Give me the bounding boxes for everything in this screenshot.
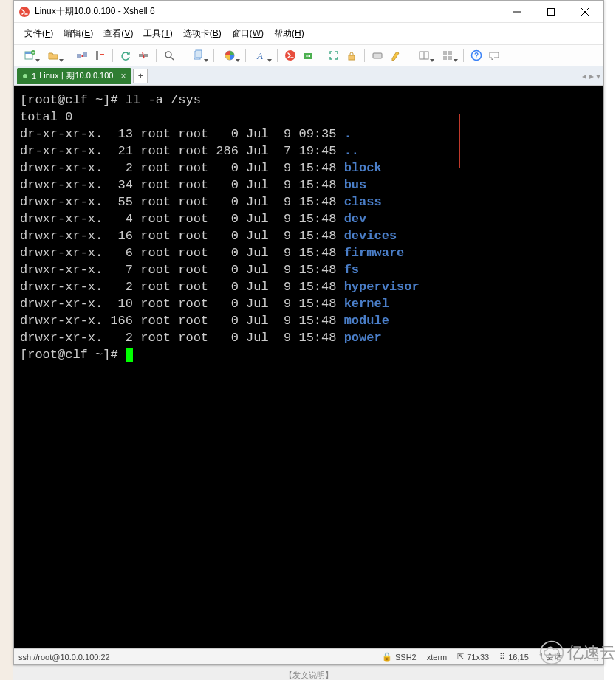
separator [463, 49, 464, 62]
separator [69, 49, 69, 62]
tile-button[interactable] [437, 47, 459, 63]
search-button[interactable] [161, 47, 177, 63]
menu-f[interactable]: 文件(F) [20, 26, 58, 41]
layout-button[interactable] [413, 47, 435, 63]
svg-rect-9 [77, 54, 81, 58]
menubar: 文件(F)编辑(E)查看(V)工具(T)选项卡(B)窗口(W)帮助(H) [14, 23, 603, 45]
menu-w[interactable]: 窗口(W) [227, 26, 268, 41]
tab-index: 1 [32, 72, 36, 80]
lock-button[interactable] [343, 47, 360, 63]
chat-button[interactable] [486, 47, 502, 63]
open-session-button[interactable] [42, 47, 64, 63]
new-session-button[interactable]: + [18, 47, 41, 63]
svg-rect-14 [144, 54, 148, 57]
svg-rect-2 [548, 8, 555, 15]
svg-rect-25 [373, 53, 382, 58]
toolbar: + A ? [14, 45, 603, 66]
svg-line-15 [143, 52, 144, 58]
copy-button[interactable] [187, 47, 209, 63]
highlight-button[interactable] [387, 47, 403, 63]
strip-text: 【发文说明】 [284, 670, 333, 680]
statusbar: ssh://root@10.0.0.100:22 🔒SSH2 xterm ⇱71… [14, 648, 603, 664]
separator [112, 49, 113, 62]
xshell-window: Linux十期10.0.0.100 - Xshell 6 文件(F)编辑(E)查… [13, 0, 604, 665]
svg-text:+: + [32, 50, 35, 55]
svg-line-17 [171, 57, 174, 60]
color-button[interactable] [219, 47, 241, 63]
font-button[interactable]: A [250, 47, 273, 63]
cursor [126, 348, 133, 362]
help-button[interactable]: ? [468, 47, 485, 63]
close-button[interactable] [568, 1, 602, 23]
menu-b[interactable]: 选项卡(B) [179, 26, 226, 41]
svg-rect-13 [139, 54, 143, 57]
highlight-box [338, 114, 460, 168]
fullscreen-button[interactable] [326, 47, 342, 63]
separator [213, 49, 214, 62]
svg-rect-33 [448, 56, 452, 60]
titlebar[interactable]: Linux十期10.0.0.100 - Xshell 6 [14, 1, 603, 23]
tab-status-icon [23, 74, 27, 78]
page-strip: 【发文说明】 [13, 665, 604, 680]
svg-text:?: ? [474, 52, 479, 60]
status-session: 1 会话 [539, 651, 562, 662]
separator [156, 49, 157, 62]
tabbar: 1 Linux十期10.0.0.100 × + ◂ ▸ ▾ [14, 66, 603, 86]
status-size: ⇱71x33 [457, 652, 489, 662]
keyboard-button[interactable] [369, 47, 386, 63]
minimize-button[interactable] [500, 1, 534, 23]
tab-close-icon[interactable]: × [120, 71, 126, 81]
transfer-button[interactable] [74, 47, 90, 63]
svg-rect-30 [443, 51, 447, 55]
xftp-button[interactable] [300, 47, 316, 63]
svg-text:A: A [256, 50, 263, 61]
menu-e[interactable]: 编辑(E) [59, 26, 97, 41]
tab-label: Linux十期10.0.0.100 [39, 70, 113, 81]
app-icon [18, 6, 30, 18]
session-tab[interactable]: 1 Linux十期10.0.0.100 × [17, 68, 131, 84]
svg-point-16 [165, 52, 171, 58]
tab-scroll-arrows[interactable]: ◂ ▸ ▾ [582, 71, 600, 81]
status-pos: ⠿16,15 [499, 652, 529, 662]
separator [245, 49, 246, 62]
status-term: xterm [427, 653, 448, 662]
svg-rect-12 [100, 54, 104, 55]
status-resize-grip[interactable]: ⣿ [593, 652, 599, 662]
separator [277, 49, 278, 62]
svg-rect-31 [448, 51, 452, 55]
menu-v[interactable]: 查看(V) [99, 26, 137, 41]
svg-rect-24 [349, 55, 355, 60]
menu-h[interactable]: 帮助(H) [270, 26, 309, 41]
separator [182, 49, 182, 62]
terminal[interactable]: [root@clf ~]# ll -a /sys total 0 dr-xr-x… [14, 86, 603, 648]
separator [364, 49, 365, 62]
maximize-button[interactable] [534, 1, 568, 23]
tools-button[interactable] [92, 47, 108, 63]
status-arrows: ↑ ↓ [572, 653, 583, 662]
tab-add-button[interactable]: + [133, 69, 148, 83]
svg-rect-32 [443, 56, 447, 60]
svg-rect-11 [96, 51, 98, 60]
menu-t[interactable]: 工具(T) [139, 26, 177, 41]
status-address: ssh://root@10.0.0.100:22 [18, 653, 372, 662]
separator [321, 49, 321, 62]
lock-icon: 🔒 [382, 652, 392, 662]
page-background [0, 0, 13, 680]
status-protocol: 🔒SSH2 [382, 652, 417, 662]
svg-rect-19 [196, 50, 202, 58]
xshell-icon-button[interactable] [282, 47, 298, 63]
window-title: Linux十期10.0.0.100 - Xshell 6 [35, 5, 500, 18]
svg-rect-10 [83, 52, 87, 57]
reconnect-button[interactable] [117, 47, 134, 63]
separator [408, 49, 408, 62]
disconnect-button[interactable] [135, 47, 151, 63]
